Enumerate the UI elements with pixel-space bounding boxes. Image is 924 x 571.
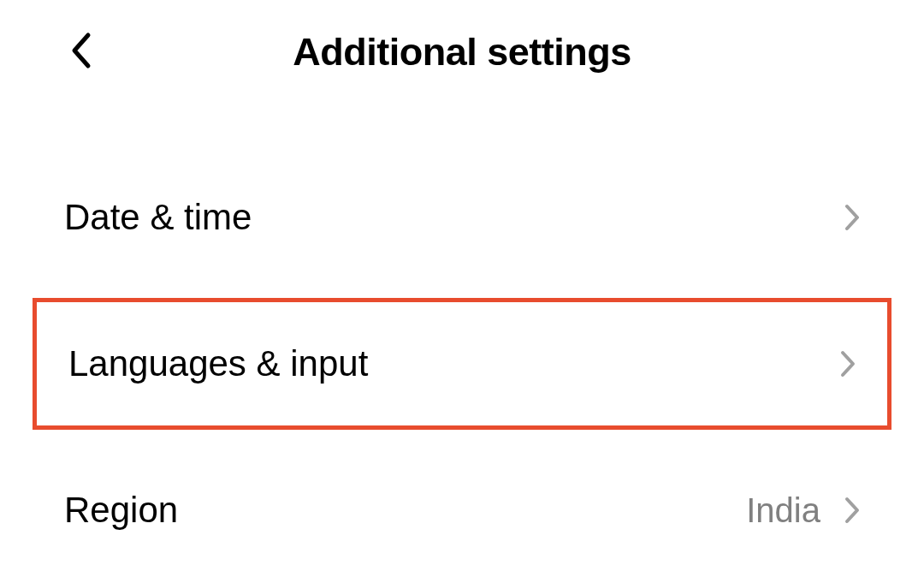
settings-item-region[interactable]: Region India — [0, 449, 924, 571]
chevron-right-icon — [844, 497, 860, 524]
back-icon — [69, 32, 93, 73]
item-right — [840, 350, 856, 378]
chevron-right-icon — [844, 204, 860, 231]
item-right — [844, 204, 860, 231]
settings-item-languages-input[interactable]: Languages & input — [33, 298, 891, 430]
item-label: Date & time — [64, 197, 252, 238]
settings-list: Date & time Languages & input Region Ind… — [0, 100, 924, 571]
chevron-right-icon — [840, 350, 856, 378]
header: Additional settings — [0, 0, 924, 100]
item-label: Languages & input — [68, 343, 368, 384]
page-title: Additional settings — [64, 30, 860, 74]
item-right: India — [746, 491, 860, 530]
item-label: Region — [64, 490, 178, 531]
settings-item-date-time[interactable]: Date & time — [0, 156, 924, 279]
back-button[interactable] — [64, 35, 98, 69]
item-value: India — [746, 491, 820, 530]
